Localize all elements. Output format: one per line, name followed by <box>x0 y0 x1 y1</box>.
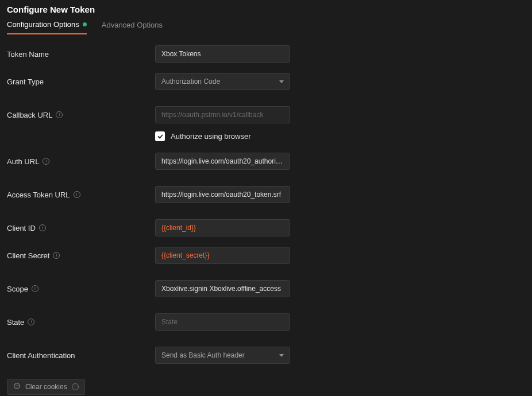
info-icon[interactable]: i <box>32 285 38 292</box>
label-scope: Scope i <box>7 285 155 293</box>
chevron-down-icon <box>279 80 284 83</box>
label-client-authentication: Client Authentication <box>7 351 155 360</box>
svg-point-0 <box>14 383 20 389</box>
info-icon[interactable]: i <box>43 158 49 165</box>
tabs-bar: Configuration Options Advanced Options <box>7 20 525 35</box>
clear-cookies-button[interactable]: Clear cookies i <box>7 379 85 395</box>
state-input[interactable] <box>155 313 290 331</box>
label-text: State <box>7 318 24 327</box>
scope-input[interactable] <box>155 280 290 297</box>
chevron-down-icon <box>279 354 284 357</box>
checkmark-icon <box>157 134 163 139</box>
token-name-input[interactable] <box>155 45 290 63</box>
label-text: Client Authentication <box>7 351 75 360</box>
label-grant-type: Grant Type <box>7 77 155 86</box>
client-id-input[interactable] <box>155 219 290 236</box>
label-state: State i <box>7 318 155 327</box>
tab-label: Configuration Options <box>7 20 79 29</box>
info-icon[interactable]: i <box>53 252 60 259</box>
label-text: Client ID <box>7 224 36 232</box>
label-text: Token Name <box>7 50 49 59</box>
label-client-secret: Client Secret i <box>7 251 155 260</box>
label-text: Client Secret <box>7 251 49 260</box>
label-callback-url: Callback URL i <box>7 111 155 119</box>
clear-cookies-label: Clear cookies <box>25 383 67 391</box>
client-secret-input[interactable] <box>155 247 290 264</box>
client-authentication-select[interactable]: Send as Basic Auth header <box>155 347 290 364</box>
info-icon[interactable]: i <box>28 319 34 325</box>
auth-url-input[interactable] <box>155 153 290 170</box>
label-text: Access Token URL <box>7 191 70 199</box>
page-title: Configure New Token <box>7 5 525 14</box>
status-dot-icon <box>83 22 87 26</box>
label-token-name: Token Name <box>7 50 155 59</box>
callback-url-input <box>155 106 290 123</box>
cookie-icon <box>13 382 21 391</box>
grant-type-select[interactable]: Authorization Code <box>155 73 290 90</box>
select-value: Send as Basic Auth header <box>161 351 245 359</box>
svg-point-1 <box>16 385 16 385</box>
label-text: Auth URL <box>7 157 39 166</box>
label-client-id: Client ID i <box>7 224 155 232</box>
info-icon[interactable]: i <box>72 383 79 390</box>
info-icon[interactable]: i <box>74 191 80 198</box>
authorize-browser-checkbox[interactable] <box>155 131 165 141</box>
info-icon[interactable]: i <box>56 111 63 118</box>
tab-label: Advanced Options <box>102 21 163 29</box>
svg-point-3 <box>17 387 17 387</box>
label-access-token-url: Access Token URL i <box>7 191 155 199</box>
label-text: Scope <box>7 285 28 293</box>
label-text: Callback URL <box>7 111 52 119</box>
label-auth-url: Auth URL i <box>7 157 155 166</box>
authorize-browser-label: Authorize using browser <box>171 132 250 141</box>
access-token-url-input[interactable] <box>155 186 290 203</box>
svg-point-2 <box>17 385 18 386</box>
label-text: Grant Type <box>7 77 44 86</box>
tab-configuration-options[interactable]: Configuration Options <box>7 20 87 34</box>
tab-advanced-options[interactable]: Advanced Options <box>102 20 163 34</box>
info-icon[interactable]: i <box>39 224 46 231</box>
select-value: Authorization Code <box>161 77 220 86</box>
